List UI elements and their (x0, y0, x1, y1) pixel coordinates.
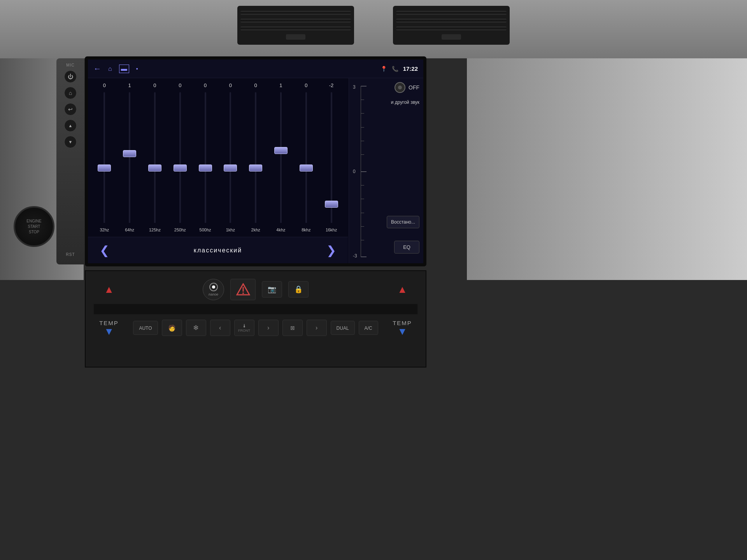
back-button[interactable]: ↩ (64, 103, 77, 116)
preset-next-button[interactable]: ❯ (326, 243, 336, 257)
eq-val-2: 0 (146, 82, 164, 88)
vent-fin (442, 34, 461, 40)
center-bottom-controls: AUTO 🧑 ❄ ‹ 🌡 FRONT (124, 320, 387, 336)
right-temp-down-button[interactable]: ▼ (397, 326, 407, 336)
left-control-panel: MIC ⏻ ⌂ ↩ ▲ ▼ RST (56, 58, 84, 264)
ac-button[interactable]: A/C (359, 321, 378, 335)
rear-defrost-button[interactable]: ⊠ (282, 320, 303, 336)
dashboard: MIC ⏻ ⌂ ↩ ▲ ▼ RST ← ⌂ ▬ • (0, 0, 747, 560)
freq-2khz: 2khz (247, 228, 265, 232)
scale-top: 3 (353, 84, 356, 90)
center-climate-controls: nanoe 📷 🔒 (124, 279, 387, 300)
preset-name: классический (194, 247, 242, 254)
eq-track-3 (179, 92, 181, 237)
eq-val-5: 0 (221, 82, 239, 88)
airflow-left-button[interactable]: ‹ (210, 320, 230, 336)
right-temp-up-button[interactable]: ▲ (397, 284, 407, 294)
eq-handle-4[interactable] (199, 164, 212, 172)
freq-500hz: 500hz (196, 228, 214, 232)
airflow-right2-button[interactable]: › (307, 320, 327, 336)
eq-handle-5[interactable] (224, 164, 237, 172)
freq-8khz: 8khz (297, 228, 315, 232)
back-nav-button[interactable]: ← (93, 64, 101, 73)
auto-label: AUTO (139, 326, 152, 331)
right-temp-label-section: TEMP ▼ (387, 320, 418, 336)
eq-track-6 (255, 92, 256, 237)
eq-handle-6[interactable] (249, 164, 262, 172)
freq-125hz: 125hz (146, 228, 164, 232)
eq-handle-9[interactable] (325, 201, 338, 208)
eq-values-row: 0 1 0 0 0 0 0 1 0 -2 (88, 78, 348, 92)
camera-button[interactable]: 📷 (262, 281, 282, 298)
left-temp-label-section: TEMP ▼ (93, 320, 124, 336)
vent-fin (286, 34, 305, 40)
vent-slat (396, 19, 507, 23)
eq-val-3: 0 (171, 82, 189, 88)
engine-start-label: ENGINESTARTSTOP (26, 219, 41, 235)
left-temp-down-button[interactable]: ▼ (104, 326, 114, 336)
eq-column-8 (293, 92, 319, 237)
mic-label: MIC (66, 63, 74, 67)
eq-handle-7[interactable] (274, 147, 288, 154)
seat-button[interactable]: 🧑 (162, 320, 182, 336)
volume-down-icon: ▼ (68, 140, 73, 144)
front-defrost-button[interactable]: 🌡 FRONT (234, 320, 254, 336)
back-icon: ↩ (68, 106, 73, 112)
eq-handle-3[interactable] (174, 164, 187, 172)
lock-button[interactable]: 🔒 (288, 281, 309, 298)
other-sound-label: и другой звук (391, 100, 419, 105)
eq-val-0: 0 (95, 82, 113, 88)
eq-val-9: -2 (323, 82, 340, 88)
freq-64hz: 64hz (121, 228, 139, 232)
eq-column-6 (243, 92, 268, 237)
menu-nav-button[interactable]: • (136, 66, 138, 72)
screen-content: ← ⌂ ▬ • 📍 📞 17:22 0 1 0 0 0 0 0 (88, 60, 423, 263)
time-display: 17:22 (403, 65, 418, 72)
freq-4khz: 4khz (272, 228, 290, 232)
eq-mode-button[interactable]: EQ (394, 241, 419, 254)
tape-slot (93, 304, 418, 315)
eq-handle-0[interactable] (98, 164, 111, 172)
volume-up-button[interactable]: ▲ (64, 119, 77, 132)
preset-prev-button[interactable]: ❮ (100, 243, 109, 257)
restore-button[interactable]: Восстано... (387, 216, 419, 228)
window-nav-button[interactable]: ▬ (119, 65, 129, 73)
home-nav-button[interactable]: ⌂ (108, 65, 112, 72)
eq-column-9 (319, 92, 344, 237)
nanoe-button[interactable]: nanoe (203, 279, 224, 300)
toggle-button[interactable] (395, 82, 405, 93)
eq-track-7 (280, 92, 282, 237)
power-button[interactable]: ⏻ (64, 70, 77, 83)
auto-button[interactable]: AUTO (133, 321, 158, 335)
volume-up-icon: ▲ (68, 123, 73, 128)
eq-handle-2[interactable] (148, 164, 161, 172)
eq-column-7 (268, 92, 294, 237)
screen-bezel: ← ⌂ ▬ • 📍 📞 17:22 0 1 0 0 0 0 0 (85, 56, 426, 266)
vent-slat (396, 26, 507, 30)
eq-val-8: 0 (297, 82, 315, 88)
airflow-right-button[interactable]: › (258, 320, 279, 336)
power-icon: ⏻ (68, 74, 73, 80)
eq-column-1 (117, 92, 142, 237)
dual-button[interactable]: DUAL (331, 321, 355, 335)
left-temp-section: ▲ (93, 284, 124, 294)
vent-slat (396, 11, 507, 15)
home-button[interactable]: ⌂ (64, 87, 77, 99)
svg-point-2 (242, 292, 244, 294)
left-temp-up-button[interactable]: ▲ (104, 284, 114, 294)
hazard-button[interactable] (230, 279, 256, 300)
eq-val-7: 1 (272, 82, 290, 88)
off-toggle[interactable]: OFF (395, 82, 419, 93)
eq-handle-8[interactable] (300, 164, 313, 172)
volume-down-button[interactable]: ▼ (64, 136, 77, 148)
eq-val-1: 1 (121, 82, 139, 88)
freq-1khz: 1khz (221, 228, 239, 232)
eq-handle-1[interactable] (123, 150, 136, 157)
vent-slat (240, 19, 351, 23)
eq-column-5 (218, 92, 243, 237)
location-icon: 📍 (381, 66, 387, 72)
eq-track-0 (103, 92, 105, 237)
fan-button[interactable]: ❄ (186, 320, 206, 336)
engine-start-button[interactable]: ENGINESTARTSTOP (14, 206, 54, 247)
eq-track-4 (205, 92, 206, 237)
